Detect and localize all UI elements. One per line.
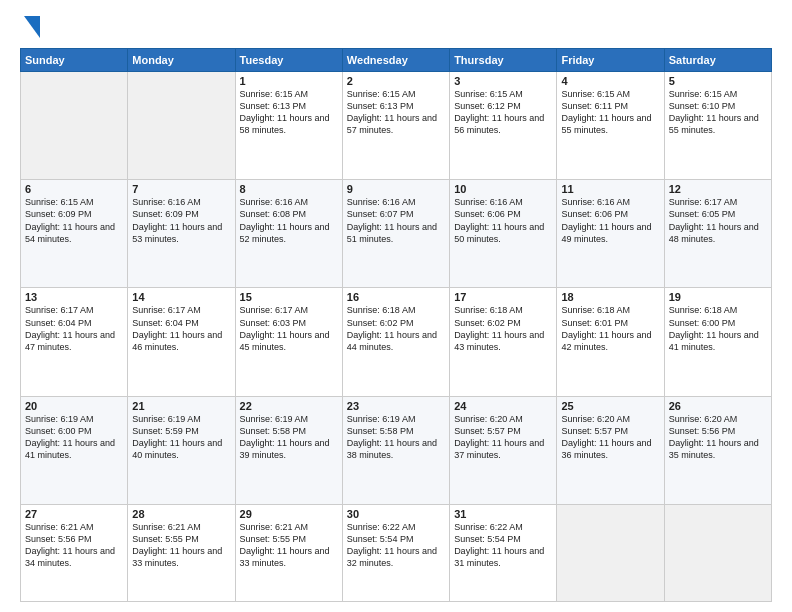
day-info: Sunrise: 6:21 AMSunset: 5:55 PMDaylight:… [240, 521, 338, 570]
day-number: 8 [240, 183, 338, 195]
table-row: 18Sunrise: 6:18 AMSunset: 6:01 PMDayligh… [557, 288, 664, 396]
table-row: 7Sunrise: 6:16 AMSunset: 6:09 PMDaylight… [128, 180, 235, 288]
day-number: 12 [669, 183, 767, 195]
table-row: 21Sunrise: 6:19 AMSunset: 5:59 PMDayligh… [128, 396, 235, 504]
day-info: Sunrise: 6:22 AMSunset: 5:54 PMDaylight:… [454, 521, 552, 570]
table-row: 12Sunrise: 6:17 AMSunset: 6:05 PMDayligh… [664, 180, 771, 288]
table-row: 13Sunrise: 6:17 AMSunset: 6:04 PMDayligh… [21, 288, 128, 396]
table-row: 8Sunrise: 6:16 AMSunset: 6:08 PMDaylight… [235, 180, 342, 288]
day-number: 20 [25, 400, 123, 412]
day-number: 5 [669, 75, 767, 87]
day-info: Sunrise: 6:16 AMSunset: 6:06 PMDaylight:… [561, 196, 659, 245]
table-row: 3Sunrise: 6:15 AMSunset: 6:12 PMDaylight… [450, 72, 557, 180]
table-row: 10Sunrise: 6:16 AMSunset: 6:06 PMDayligh… [450, 180, 557, 288]
table-row: 14Sunrise: 6:17 AMSunset: 6:04 PMDayligh… [128, 288, 235, 396]
day-info: Sunrise: 6:21 AMSunset: 5:55 PMDaylight:… [132, 521, 230, 570]
logo [20, 16, 42, 38]
day-number: 2 [347, 75, 445, 87]
table-row: 31Sunrise: 6:22 AMSunset: 5:54 PMDayligh… [450, 504, 557, 601]
day-info: Sunrise: 6:21 AMSunset: 5:56 PMDaylight:… [25, 521, 123, 570]
day-number: 13 [25, 291, 123, 303]
col-sunday: Sunday [21, 49, 128, 72]
table-row: 9Sunrise: 6:16 AMSunset: 6:07 PMDaylight… [342, 180, 449, 288]
day-info: Sunrise: 6:18 AMSunset: 6:02 PMDaylight:… [454, 304, 552, 353]
table-row: 15Sunrise: 6:17 AMSunset: 6:03 PMDayligh… [235, 288, 342, 396]
day-number: 14 [132, 291, 230, 303]
day-info: Sunrise: 6:16 AMSunset: 6:08 PMDaylight:… [240, 196, 338, 245]
day-info: Sunrise: 6:15 AMSunset: 6:13 PMDaylight:… [347, 88, 445, 137]
calendar-body: 1Sunrise: 6:15 AMSunset: 6:13 PMDaylight… [21, 72, 772, 602]
table-row: 27Sunrise: 6:21 AMSunset: 5:56 PMDayligh… [21, 504, 128, 601]
day-number: 7 [132, 183, 230, 195]
day-info: Sunrise: 6:15 AMSunset: 6:13 PMDaylight:… [240, 88, 338, 137]
day-info: Sunrise: 6:18 AMSunset: 6:00 PMDaylight:… [669, 304, 767, 353]
col-thursday: Thursday [450, 49, 557, 72]
table-row: 1Sunrise: 6:15 AMSunset: 6:13 PMDaylight… [235, 72, 342, 180]
day-number: 16 [347, 291, 445, 303]
day-number: 19 [669, 291, 767, 303]
table-row: 23Sunrise: 6:19 AMSunset: 5:58 PMDayligh… [342, 396, 449, 504]
day-number: 24 [454, 400, 552, 412]
col-wednesday: Wednesday [342, 49, 449, 72]
day-number: 17 [454, 291, 552, 303]
day-number: 25 [561, 400, 659, 412]
col-tuesday: Tuesday [235, 49, 342, 72]
day-number: 6 [25, 183, 123, 195]
day-info: Sunrise: 6:19 AMSunset: 5:59 PMDaylight:… [132, 413, 230, 462]
page: Sunday Monday Tuesday Wednesday Thursday… [0, 0, 792, 612]
day-header-row: Sunday Monday Tuesday Wednesday Thursday… [21, 49, 772, 72]
table-row: 25Sunrise: 6:20 AMSunset: 5:57 PMDayligh… [557, 396, 664, 504]
day-number: 30 [347, 508, 445, 520]
day-info: Sunrise: 6:16 AMSunset: 6:09 PMDaylight:… [132, 196, 230, 245]
header [20, 16, 772, 38]
table-row [128, 72, 235, 180]
logo-triangle-icon [22, 16, 42, 38]
table-row: 5Sunrise: 6:15 AMSunset: 6:10 PMDaylight… [664, 72, 771, 180]
col-friday: Friday [557, 49, 664, 72]
day-number: 27 [25, 508, 123, 520]
day-info: Sunrise: 6:18 AMSunset: 6:02 PMDaylight:… [347, 304, 445, 353]
table-row: 29Sunrise: 6:21 AMSunset: 5:55 PMDayligh… [235, 504, 342, 601]
col-saturday: Saturday [664, 49, 771, 72]
table-row: 11Sunrise: 6:16 AMSunset: 6:06 PMDayligh… [557, 180, 664, 288]
table-row: 26Sunrise: 6:20 AMSunset: 5:56 PMDayligh… [664, 396, 771, 504]
day-number: 28 [132, 508, 230, 520]
day-info: Sunrise: 6:17 AMSunset: 6:04 PMDaylight:… [25, 304, 123, 353]
calendar-table: Sunday Monday Tuesday Wednesday Thursday… [20, 48, 772, 602]
table-row: 17Sunrise: 6:18 AMSunset: 6:02 PMDayligh… [450, 288, 557, 396]
table-row: 6Sunrise: 6:15 AMSunset: 6:09 PMDaylight… [21, 180, 128, 288]
table-row: 4Sunrise: 6:15 AMSunset: 6:11 PMDaylight… [557, 72, 664, 180]
day-info: Sunrise: 6:17 AMSunset: 6:03 PMDaylight:… [240, 304, 338, 353]
day-info: Sunrise: 6:15 AMSunset: 6:09 PMDaylight:… [25, 196, 123, 245]
day-info: Sunrise: 6:19 AMSunset: 5:58 PMDaylight:… [347, 413, 445, 462]
day-number: 22 [240, 400, 338, 412]
day-info: Sunrise: 6:17 AMSunset: 6:04 PMDaylight:… [132, 304, 230, 353]
table-row: 24Sunrise: 6:20 AMSunset: 5:57 PMDayligh… [450, 396, 557, 504]
table-row [557, 504, 664, 601]
day-number: 31 [454, 508, 552, 520]
calendar-header: Sunday Monday Tuesday Wednesday Thursday… [21, 49, 772, 72]
day-info: Sunrise: 6:22 AMSunset: 5:54 PMDaylight:… [347, 521, 445, 570]
day-info: Sunrise: 6:19 AMSunset: 5:58 PMDaylight:… [240, 413, 338, 462]
table-row: 19Sunrise: 6:18 AMSunset: 6:00 PMDayligh… [664, 288, 771, 396]
day-number: 1 [240, 75, 338, 87]
day-number: 26 [669, 400, 767, 412]
table-row: 28Sunrise: 6:21 AMSunset: 5:55 PMDayligh… [128, 504, 235, 601]
table-row [21, 72, 128, 180]
day-info: Sunrise: 6:20 AMSunset: 5:57 PMDaylight:… [561, 413, 659, 462]
day-info: Sunrise: 6:18 AMSunset: 6:01 PMDaylight:… [561, 304, 659, 353]
day-info: Sunrise: 6:20 AMSunset: 5:56 PMDaylight:… [669, 413, 767, 462]
day-number: 15 [240, 291, 338, 303]
day-info: Sunrise: 6:16 AMSunset: 6:06 PMDaylight:… [454, 196, 552, 245]
col-monday: Monday [128, 49, 235, 72]
day-number: 4 [561, 75, 659, 87]
day-info: Sunrise: 6:15 AMSunset: 6:11 PMDaylight:… [561, 88, 659, 137]
day-info: Sunrise: 6:16 AMSunset: 6:07 PMDaylight:… [347, 196, 445, 245]
day-number: 21 [132, 400, 230, 412]
table-row: 2Sunrise: 6:15 AMSunset: 6:13 PMDaylight… [342, 72, 449, 180]
day-number: 11 [561, 183, 659, 195]
day-number: 18 [561, 291, 659, 303]
day-info: Sunrise: 6:15 AMSunset: 6:10 PMDaylight:… [669, 88, 767, 137]
day-info: Sunrise: 6:19 AMSunset: 6:00 PMDaylight:… [25, 413, 123, 462]
table-row: 22Sunrise: 6:19 AMSunset: 5:58 PMDayligh… [235, 396, 342, 504]
